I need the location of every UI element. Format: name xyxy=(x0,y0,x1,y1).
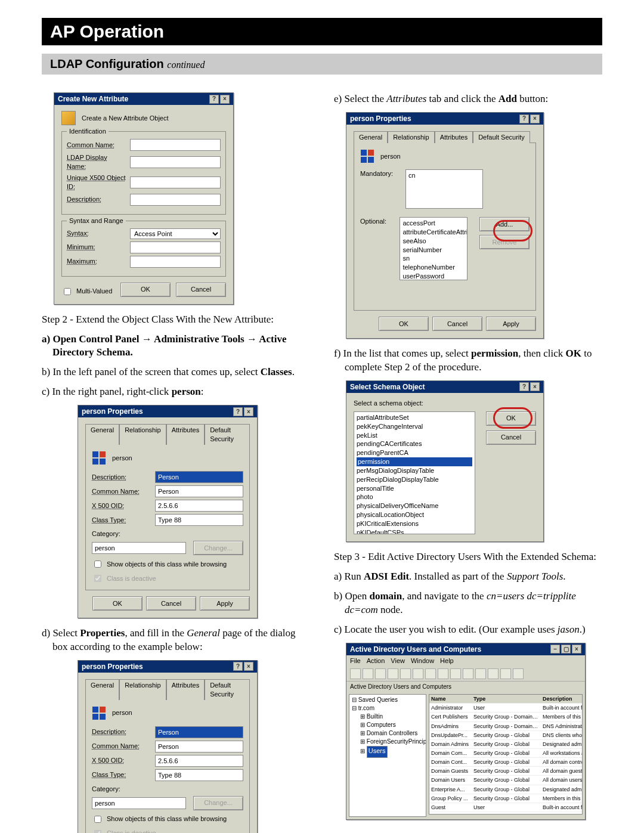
close-icon[interactable]: × xyxy=(244,662,253,671)
toolbar-icon[interactable] xyxy=(438,668,448,679)
table-row[interactable]: Cert PublishersSecurity Group - Domain L… xyxy=(429,713,583,721)
cancel-button[interactable]: Cancel xyxy=(176,283,226,297)
schema-list[interactable]: partialAttributeSetpekKeyChangeIntervalp… xyxy=(354,411,475,534)
menu-item[interactable]: Help xyxy=(440,657,454,665)
cancel-button[interactable]: Cancel xyxy=(146,596,196,611)
list-item[interactable]: physicalDeliveryOfficeName xyxy=(357,501,472,510)
tab-relationship[interactable]: Relationship xyxy=(119,424,166,445)
tree-node[interactable]: ⊞ Builtin xyxy=(352,713,423,721)
ok-button[interactable]: OK xyxy=(379,317,429,331)
syntax-select[interactable]: Access Point xyxy=(130,228,221,239)
column-header[interactable]: Description xyxy=(541,695,583,704)
classtype-input[interactable] xyxy=(155,514,243,526)
column-header[interactable]: Name xyxy=(429,695,472,704)
list-item[interactable]: seeAlso xyxy=(402,237,465,246)
list-item[interactable]: pendingParentCA xyxy=(357,448,472,457)
list-item[interactable]: pKICriticalExtensions xyxy=(357,519,472,528)
list-item[interactable]: userPassword xyxy=(402,272,465,280)
show-objects-checkbox[interactable]: Show objects of this class while browsin… xyxy=(92,559,243,569)
tab-relationship[interactable]: Relationship xyxy=(119,679,166,700)
help-icon[interactable]: ? xyxy=(519,382,529,391)
common-name-input[interactable] xyxy=(155,741,243,753)
tree-node[interactable]: ⊞ Users xyxy=(352,746,423,758)
close-icon[interactable]: × xyxy=(530,114,540,123)
list-panel[interactable]: NameTypeDescriptionAdministratorUserBuil… xyxy=(429,694,583,815)
list-item[interactable]: personalTitle xyxy=(357,484,472,493)
list-item[interactable]: photo xyxy=(357,493,472,501)
toolbar-icon[interactable] xyxy=(413,668,423,679)
minimum-input[interactable] xyxy=(130,241,221,253)
table-row[interactable]: Domain GuestsSecurity Group - GlobalAll … xyxy=(429,767,583,776)
tab-general[interactable]: General xyxy=(85,679,119,700)
toolbar-icon[interactable] xyxy=(500,668,511,679)
close-icon[interactable]: × xyxy=(530,382,540,391)
help-icon[interactable]: ? xyxy=(209,95,219,104)
list-item[interactable]: permission xyxy=(357,457,472,466)
list-item[interactable]: pekKeyChangeInterval xyxy=(357,422,472,431)
toolbar-icon[interactable] xyxy=(350,668,361,679)
ok-button[interactable]: OK xyxy=(486,411,536,426)
toolbar-icon[interactable] xyxy=(425,668,436,679)
table-row[interactable]: IIS_WPGSecurity Group - Domain Lo...IIS … xyxy=(429,812,583,815)
list-item[interactable]: cn xyxy=(408,171,480,180)
apply-button[interactable]: Apply xyxy=(200,596,250,611)
tab-general[interactable]: General xyxy=(354,131,388,143)
list-item[interactable]: physicalLocationObject xyxy=(357,510,472,519)
tree-node[interactable]: ⊞ Domain Controllers xyxy=(352,729,423,738)
x500-input[interactable] xyxy=(155,755,243,767)
toolbar-icon[interactable] xyxy=(363,668,373,679)
table-row[interactable]: Domain UsersSecurity Group - GlobalAll d… xyxy=(429,776,583,785)
toolbar-icon[interactable] xyxy=(375,668,386,679)
list-item[interactable]: telephoneNumber xyxy=(402,263,465,272)
table-row[interactable]: AdministratorUserBuilt-in account for ad… xyxy=(429,704,583,713)
list-item[interactable]: attributeCertificateAttribute xyxy=(402,228,465,237)
ldap-name-input[interactable] xyxy=(130,156,221,168)
menu-item[interactable]: Action xyxy=(367,657,385,665)
menu-item[interactable]: View xyxy=(391,657,405,665)
menu-item[interactable]: File xyxy=(350,657,361,665)
description-input[interactable] xyxy=(130,194,221,206)
tree-node[interactable]: ⊞ Computers xyxy=(352,721,423,729)
table-row[interactable]: DnsUpdatePr...Security Group - GlobalDNS… xyxy=(429,730,583,739)
description-input[interactable] xyxy=(155,471,243,483)
column-header[interactable]: Type xyxy=(472,695,541,704)
toolbar-icon[interactable] xyxy=(463,668,473,679)
category-input[interactable] xyxy=(92,797,186,809)
list-item[interactable]: sn xyxy=(402,254,465,263)
multi-valued-checkbox[interactable]: Multi-Valued xyxy=(61,286,112,297)
cancel-button[interactable]: Cancel xyxy=(486,431,536,445)
description-input[interactable] xyxy=(155,726,243,738)
toolbar-icon[interactable] xyxy=(450,668,461,679)
common-name-input[interactable] xyxy=(155,485,243,497)
toolbar-icon[interactable] xyxy=(400,668,411,679)
tab-default-security[interactable]: Default Security xyxy=(205,424,250,445)
toolbar-icon[interactable] xyxy=(488,668,499,679)
toolbar-icon[interactable] xyxy=(475,668,486,679)
toolbar-icon[interactable] xyxy=(513,668,524,679)
ok-button[interactable]: OK xyxy=(92,596,143,611)
list-item[interactable]: pekList xyxy=(357,431,472,440)
list-item[interactable]: serialNumber xyxy=(402,246,465,255)
help-icon[interactable]: ? xyxy=(233,662,243,671)
list-item[interactable]: partialAttributeSet xyxy=(357,413,472,422)
tab-attributes[interactable]: Attributes xyxy=(166,424,205,445)
x500-input[interactable] xyxy=(130,176,221,188)
table-row[interactable]: Enterprise A...Security Group - GlobalDe… xyxy=(429,785,583,794)
list-item[interactable]: pKIDefaultCSPs xyxy=(357,528,472,534)
tab-default-security[interactable]: Default Security xyxy=(473,131,530,143)
add-button[interactable]: Add... xyxy=(479,217,530,231)
tree-node[interactable]: ⊞ ForeignSecurityPrincipals xyxy=(352,738,423,746)
apply-button[interactable]: Apply xyxy=(486,317,536,331)
maximum-input[interactable] xyxy=(130,256,221,268)
tree-panel[interactable]: ⊟ Saved Queries⊟ tr.com⊞ Builtin⊞ Comput… xyxy=(349,694,426,817)
table-row[interactable]: DnsAdminsSecurity Group - Domain Lo...DN… xyxy=(429,721,583,730)
cancel-button[interactable]: Cancel xyxy=(432,317,482,331)
mandatory-list[interactable]: cn xyxy=(405,169,483,209)
minimize-icon[interactable]: – xyxy=(550,645,560,654)
tab-default-security[interactable]: Default Security xyxy=(205,679,250,700)
show-objects-checkbox[interactable]: Show objects of this class while browsin… xyxy=(92,814,243,825)
list-item[interactable]: accessPort xyxy=(402,219,465,228)
x500-input[interactable] xyxy=(155,500,243,512)
tab-attributes[interactable]: Attributes xyxy=(435,131,473,143)
common-name-input[interactable] xyxy=(130,139,221,151)
